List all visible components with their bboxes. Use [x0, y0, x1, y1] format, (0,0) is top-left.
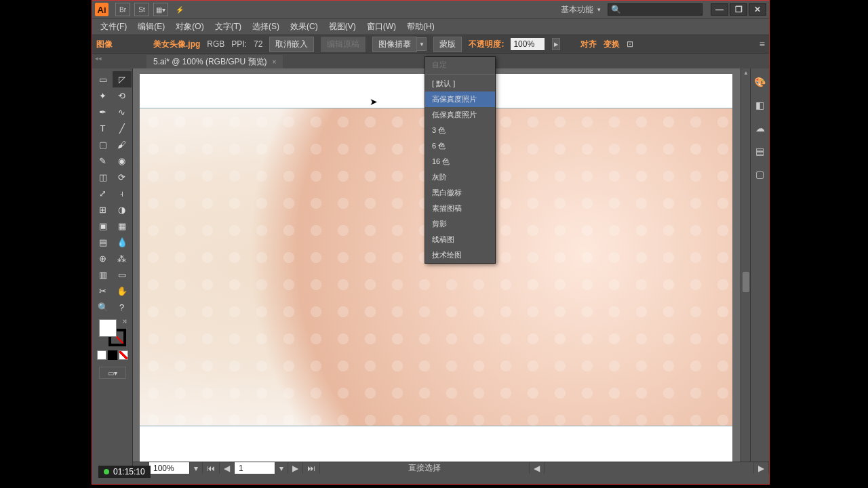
artboards-panel-icon[interactable]: ▢	[753, 167, 767, 181]
swap-fill-stroke-icon[interactable]: ⤭	[122, 318, 127, 325]
preset-line-art[interactable]: 线稿图	[425, 232, 495, 247]
vertical-scrollbar[interactable]: ▲ ▼	[741, 68, 750, 474]
scale-tool[interactable]: ⤢	[94, 185, 113, 201]
blend-tool[interactable]: ⊕	[94, 250, 113, 266]
width-tool[interactable]: ⫞	[113, 185, 132, 201]
zoom-level-input[interactable]: 100%	[149, 462, 190, 474]
perspective-tool[interactable]: ▣	[94, 218, 113, 234]
artboard-next-icon[interactable]: ▶	[288, 462, 303, 474]
minimize-button[interactable]: —	[711, 3, 728, 16]
stock-icon[interactable]: St	[134, 3, 149, 16]
menu-file[interactable]: 文件(F)	[96, 20, 131, 34]
align-link[interactable]: 对齐	[580, 39, 597, 50]
gradient-tool[interactable]: ▤	[94, 234, 113, 250]
selection-tool[interactable]: ▭	[94, 71, 113, 87]
preset-3-colors[interactable]: 3 色	[425, 123, 495, 138]
panel-collapse-icon[interactable]: ◂◂	[95, 55, 102, 62]
free-transform-tool[interactable]: ⊞	[94, 201, 113, 218]
menu-select[interactable]: 选择(S)	[248, 20, 283, 34]
gpu-icon[interactable]: ⚡	[172, 3, 187, 16]
color-none[interactable]	[119, 350, 128, 360]
opacity-caret-icon[interactable]: ▶	[552, 38, 560, 50]
preset-default[interactable]: [ 默认 ]	[425, 76, 495, 92]
preset-low-fidelity[interactable]: 低保真度照片	[425, 107, 495, 123]
document-tab[interactable]: 5.ai* @ 100% (RGB/GPU 预览) ×	[146, 55, 283, 68]
linked-file-name[interactable]: 美女头像.jpg	[153, 39, 200, 50]
preset-technical-drawing[interactable]: 技术绘图	[425, 247, 495, 263]
unembed-button[interactable]: 取消嵌入	[269, 37, 314, 52]
menu-edit[interactable]: 编辑(E)	[134, 20, 169, 34]
colormode-label: RGB	[207, 39, 224, 49]
artboard-prev-icon[interactable]: ◀	[220, 462, 235, 474]
image-trace-caret-icon[interactable]: ▼	[417, 37, 427, 51]
direct-selection-tool[interactable]: ◸	[113, 71, 132, 87]
paintbrush-tool[interactable]: 🖌	[113, 136, 132, 152]
zoom-caret-icon[interactable]: ▾	[190, 462, 203, 474]
eraser-tool[interactable]: ◫	[94, 169, 113, 185]
bridge-icon[interactable]: Br	[115, 3, 130, 16]
rectangle-tool[interactable]: ▢	[94, 136, 113, 152]
menu-window[interactable]: 窗口(W)	[363, 20, 400, 34]
artboard-last-icon[interactable]: ⏭	[303, 462, 320, 474]
layers-panel-icon[interactable]: ▤	[753, 144, 767, 158]
hscroll-left-icon[interactable]: ◀	[530, 462, 545, 474]
artboard-number-input[interactable]: 1	[235, 462, 275, 474]
color-black[interactable]	[108, 350, 117, 360]
menu-type[interactable]: 文字(T)	[211, 20, 245, 34]
preset-16-colors[interactable]: 16 色	[425, 154, 495, 169]
line-tool[interactable]: ╱	[113, 120, 132, 136]
zoom-tool[interactable]: 🔍	[94, 299, 113, 315]
artboard-caret-icon[interactable]: ▾	[275, 462, 288, 474]
hscroll-right-icon[interactable]: ▶	[754, 462, 769, 474]
column-graph-tool[interactable]: ▥	[94, 266, 113, 283]
scroll-thumb[interactable]	[743, 272, 749, 292]
arrange-docs-icon[interactable]: ▦▾	[153, 3, 168, 16]
pencil-tool[interactable]: ✎	[94, 152, 113, 169]
workspace-switcher[interactable]: 基本功能	[554, 4, 608, 16]
preset-bw-logo[interactable]: 黑白徽标	[425, 185, 495, 201]
shape-builder-tool[interactable]: ◑	[113, 201, 132, 218]
preset-sketched-art[interactable]: 素描图稿	[425, 201, 495, 216]
mesh-tool[interactable]: ▦	[113, 218, 132, 234]
close-button[interactable]: ✕	[749, 3, 766, 16]
image-trace-button[interactable]: 图像描摹	[372, 37, 417, 52]
screen-mode-button[interactable]: ▭▾	[99, 367, 126, 379]
artboard-first-icon[interactable]: ⏮	[203, 462, 220, 474]
menu-view[interactable]: 视图(V)	[325, 20, 360, 34]
menu-object[interactable]: 对象(O)	[172, 20, 208, 34]
search-input[interactable]: 🔍	[608, 3, 703, 16]
hand-tool[interactable]: ✋	[113, 283, 132, 299]
artboard-tool[interactable]: ▭	[113, 266, 132, 283]
type-tool[interactable]: T	[94, 120, 113, 136]
image-trace-dropdown[interactable]: 图像描摹 ▼	[372, 37, 427, 52]
preset-silhouettes[interactable]: 剪影	[425, 216, 495, 232]
maximize-button[interactable]: ❐	[730, 3, 747, 16]
control-bar-menu-icon[interactable]: ≡	[760, 39, 765, 49]
menu-help[interactable]: 帮助(H)	[403, 20, 439, 34]
swatches-panel-icon[interactable]: ◧	[753, 98, 767, 112]
fill-swatch[interactable]	[99, 319, 117, 337]
preset-high-fidelity[interactable]: 高保真度照片	[425, 92, 495, 107]
help-icon[interactable]: ?	[113, 299, 132, 315]
preset-6-colors[interactable]: 6 色	[425, 138, 495, 154]
preset-grayscale[interactable]: 灰阶	[425, 169, 495, 185]
fill-stroke-control[interactable]: ⤭	[99, 319, 126, 346]
mask-button[interactable]: 蒙版	[433, 37, 462, 52]
scroll-up-icon[interactable]: ▲	[741, 68, 751, 77]
tab-close-icon[interactable]: ×	[273, 58, 277, 66]
color-white[interactable]	[97, 350, 106, 360]
curvature-tool[interactable]: ∿	[113, 104, 132, 120]
pen-tool[interactable]: ✒	[94, 104, 113, 120]
cc-libraries-icon[interactable]: ☁	[753, 121, 767, 135]
eyedropper-tool[interactable]: 💧	[113, 234, 132, 250]
magic-wand-tool[interactable]: ✦	[94, 87, 113, 104]
opacity-input[interactable]: 100%	[511, 38, 545, 50]
lasso-tool[interactable]: ⟲	[113, 87, 132, 104]
color-panel-icon[interactable]: 🎨	[753, 75, 767, 89]
blob-brush-tool[interactable]: ◉	[113, 152, 132, 169]
transform-link[interactable]: 变换	[604, 39, 620, 50]
slice-tool[interactable]: ✂	[94, 283, 113, 299]
symbol-sprayer-tool[interactable]: ⁂	[113, 250, 132, 266]
menu-effect[interactable]: 效果(C)	[286, 20, 322, 34]
rotate-tool[interactable]: ⟳	[113, 169, 132, 185]
